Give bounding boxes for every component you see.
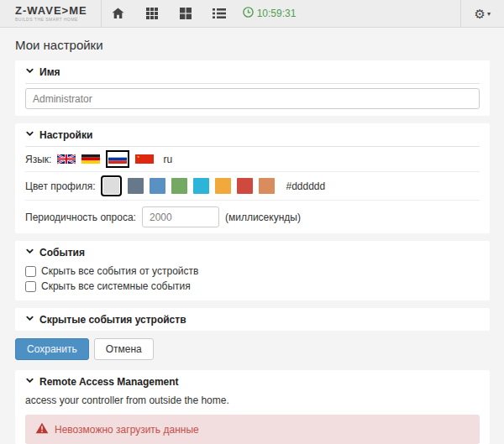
chevron-down-icon	[25, 314, 34, 326]
chevron-down-icon	[25, 66, 34, 78]
polling-row: Периодичность опроса: (миллисекунды)	[25, 200, 480, 233]
language-row: Язык:	[25, 147, 480, 171]
settings-menu-button[interactable]: ⚙ ▾	[460, 0, 504, 27]
profile-color-row: Цвет профиля: #dddddd	[25, 171, 480, 200]
color-swatch[interactable]	[215, 178, 231, 194]
section-header-name[interactable]: Имя	[25, 60, 480, 84]
flag-ru-icon[interactable]	[108, 153, 127, 165]
color-swatch[interactable]	[171, 178, 187, 194]
hide-device-events-option[interactable]: Скрыть все события от устройств	[25, 264, 480, 279]
color-swatch[interactable]	[237, 178, 253, 194]
list-icon	[213, 8, 226, 18]
top-navbar: Z-WAVE>ME BUILDS THE SMART HOME	[0, 0, 504, 28]
panel-remote-access: Remote Access Management access your con…	[15, 370, 490, 444]
home-icon	[112, 8, 124, 19]
checkbox-label: Скрыть все события от устройств	[41, 265, 198, 277]
section-header-events[interactable]: События	[25, 241, 480, 264]
panel-settings: Настройки Язык:	[15, 123, 490, 233]
section-header-hidden-events[interactable]: Скрытые события устройств	[25, 308, 480, 331]
grid-2x2-icon	[180, 8, 192, 19]
color-swatch[interactable]	[193, 178, 209, 194]
color-swatch[interactable]	[128, 178, 144, 194]
color-swatch[interactable]	[103, 178, 119, 194]
profile-color-label: Цвет профиля:	[25, 180, 95, 192]
section-title: Remote Access Management	[39, 376, 179, 388]
color-swatch[interactable]	[259, 178, 275, 194]
selected-language-code: ru	[163, 154, 172, 165]
section-title: События	[39, 247, 85, 259]
hide-system-events-checkbox[interactable]	[25, 281, 36, 292]
flag-de-icon[interactable]	[81, 153, 100, 165]
error-alert-text: Невозможно загрузить данные	[55, 424, 199, 436]
gear-icon: ⚙	[475, 8, 486, 20]
selected-color-hex: #dddddd	[286, 180, 325, 192]
widgets-grid-button[interactable]	[135, 0, 169, 28]
clock-icon	[243, 7, 254, 20]
main-content: Мои настройки Имя Настройки Язык:	[0, 28, 504, 444]
polling-unit: (миллисекунды)	[225, 212, 301, 223]
error-alert: Невозможно загрузить данные	[25, 415, 480, 444]
form-actions: Сохранить Отмена	[15, 338, 490, 360]
checkbox-label: Скрыть все системные события	[41, 280, 191, 292]
hide-device-events-checkbox[interactable]	[25, 266, 36, 277]
section-header-remote-access[interactable]: Remote Access Management	[25, 370, 480, 393]
home-button[interactable]	[102, 0, 135, 28]
language-label: Язык:	[25, 154, 51, 165]
page-title: Мои настройки	[15, 38, 490, 52]
profile-name-input[interactable]	[25, 88, 480, 109]
section-title: Имя	[39, 66, 60, 78]
logo-text: Z-WAVE>ME	[15, 5, 87, 16]
chevron-down-icon	[25, 247, 34, 259]
warning-icon	[35, 422, 49, 436]
logo-tagline: BUILDS THE SMART HOME	[15, 17, 87, 22]
logo[interactable]: Z-WAVE>ME BUILDS THE SMART HOME	[0, 0, 102, 27]
chevron-down-icon	[25, 376, 34, 388]
section-title: Настройки	[39, 129, 92, 141]
caret-down-icon: ▾	[487, 10, 491, 18]
grid-3x3-icon	[146, 8, 158, 19]
remote-access-description: access your controller from outside the …	[25, 393, 480, 413]
navbar-icons: 10:59:31	[102, 0, 303, 27]
panel-hidden-events: Скрытые события устройств	[15, 308, 490, 331]
cancel-button[interactable]: Отмена	[94, 338, 154, 360]
section-header-settings[interactable]: Настройки	[25, 123, 480, 147]
polling-interval-input[interactable]	[142, 206, 219, 227]
color-swatch[interactable]	[150, 178, 165, 194]
clock-widget: 10:59:31	[236, 7, 303, 20]
polling-label: Периодичность опроса:	[25, 212, 136, 223]
hide-system-events-option[interactable]: Скрыть все системные события	[25, 279, 480, 294]
flag-cn-icon[interactable]	[135, 153, 154, 165]
current-time: 10:59:31	[257, 8, 297, 19]
dashboard-button[interactable]	[169, 0, 202, 28]
chevron-down-icon	[25, 129, 34, 141]
events-list-button[interactable]	[202, 0, 236, 28]
panel-events: События Скрыть все события от устройств …	[15, 241, 490, 300]
panel-name: Имя	[15, 60, 490, 116]
save-button[interactable]: Сохранить	[15, 338, 89, 360]
section-title: Скрытые события устройств	[39, 314, 186, 326]
flag-en-icon[interactable]	[57, 153, 76, 165]
